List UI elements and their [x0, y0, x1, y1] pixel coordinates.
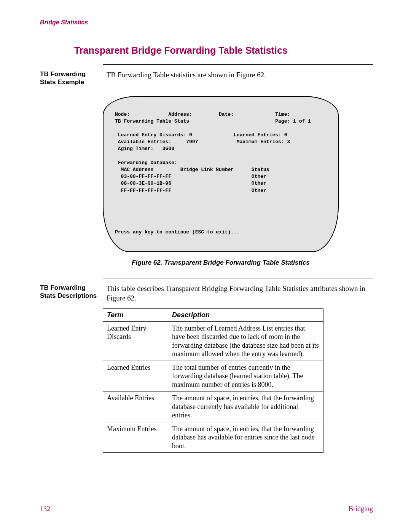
cell-term: Available Entries: [103, 391, 168, 422]
cell-desc: The amount of space, in entries, that th…: [168, 391, 323, 422]
rule-mid: [103, 278, 373, 278]
running-header: Bridge Statistics: [40, 19, 373, 26]
descriptions-intro: This table describes Transparent Bridgin…: [107, 284, 373, 303]
example-intro: TB Forwarding Table statistics are shown…: [107, 70, 373, 80]
figure-caption: Figure 62. Transparent Bridge Forwarding…: [103, 259, 339, 267]
example-side-label: TB Forwarding Stats Example: [40, 70, 107, 86]
th-description: Description: [168, 308, 323, 321]
terminal-line: Press any key to continue (ESC to exit).…: [115, 229, 240, 235]
page-footer: 132 Bridging: [40, 505, 373, 513]
chapter-name: Bridging: [349, 505, 373, 513]
table-row: Available Entries The amount of space, i…: [103, 391, 323, 422]
descriptions-table: Term Description Learned Entry Discards …: [103, 308, 323, 453]
page-number: 132: [40, 505, 50, 513]
terminal-line: 08-00-3E-00-1B-96 Other: [115, 181, 266, 186]
table-row: Learned Entries The total number of entr…: [103, 361, 323, 391]
cell-desc: The amount of space, in entries, that th…: [168, 422, 323, 453]
cell-term: Maximum Entries: [103, 422, 168, 453]
descriptions-side-label: TB Forwarding Stats Descriptions: [40, 284, 107, 300]
terminal-line: Node: Address: Date: Time:: [115, 112, 290, 117]
section-title: Transparent Bridge Forwarding Table Stat…: [74, 45, 373, 56]
cell-desc: The total number of entries currently in…: [168, 361, 323, 391]
cell-term: Learned Entries: [103, 361, 168, 391]
terminal-screen: Node: Address: Date: Time: TB Forwarding…: [103, 96, 339, 252]
terminal-line: FF-FF-FF-FF-FF-FF Other: [115, 188, 266, 193]
terminal-line: TB Forwarding Table Stats Page: 1 of 1: [115, 118, 311, 124]
terminal-line: Forwarding Database:: [115, 160, 177, 166]
page: Bridge Statistics Transparent Bridge For…: [0, 0, 411, 532]
th-term: Term: [103, 308, 168, 321]
table-header-row: Term Description: [103, 308, 323, 321]
terminal-line: 03-00-FF-FF-FF-FF Other: [115, 174, 266, 179]
terminal-line: MAC Address Bridge Link Number Status: [115, 167, 269, 173]
table-row: Learned Entry Discards The number of Lea…: [103, 321, 323, 361]
example-block: TB Forwarding Stats Example TB Forwardin…: [40, 70, 373, 86]
descriptions-block: TB Forwarding Stats Descriptions This ta…: [40, 284, 373, 303]
rule-top: [103, 64, 373, 65]
terminal-line: Available Entries: 7997 Maximum Entries:…: [115, 139, 290, 145]
cell-desc: The number of Learned Address List entri…: [168, 321, 323, 361]
table-row: Maximum Entries The amount of space, in …: [103, 422, 323, 453]
terminal-line: Learned Entry Discards: 0 Learned Entrie…: [115, 132, 287, 138]
cell-term: Learned Entry Discards: [103, 321, 168, 361]
terminal-line: Aging Timer: 3600: [115, 146, 174, 152]
terminal-wrap: Node: Address: Date: Time: TB Forwarding…: [103, 96, 339, 252]
